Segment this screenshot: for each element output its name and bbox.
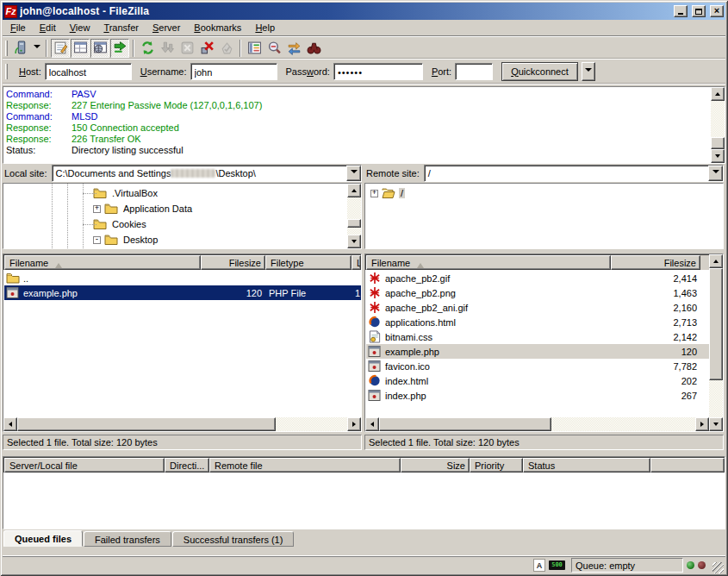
- reconnect-button[interactable]: [217, 39, 236, 58]
- collapse-icon[interactable]: -: [93, 236, 101, 244]
- queue-list[interactable]: [3, 473, 725, 529]
- column-header-filetype[interactable]: Filetype: [265, 255, 352, 270]
- column-header-direction[interactable]: Directi...: [165, 458, 209, 473]
- menu-edit[interactable]: Edit: [33, 21, 63, 35]
- menu-help[interactable]: Help: [248, 21, 282, 35]
- scroll-right-button[interactable]: [347, 417, 361, 431]
- quickconnect-button[interactable]: Quickconnect: [501, 62, 578, 81]
- local-list-hscrollbar[interactable]: [3, 417, 361, 431]
- scroll-left-button[interactable]: [365, 417, 379, 431]
- scrollbar-thumb[interactable]: [17, 417, 276, 431]
- remote-site-combo[interactable]: /: [424, 165, 724, 182]
- local-file-row-selected[interactable]: example.php 120 PHP File 1: [4, 285, 361, 300]
- log-scrollbar[interactable]: [711, 87, 725, 163]
- scrollbar-thumb[interactable]: [379, 417, 551, 431]
- local-site-combo[interactable]: C:\Documents and Settings\Desktop\: [52, 165, 362, 182]
- resize-grip[interactable]: [712, 562, 724, 573]
- remote-file-row[interactable]: favicon.ico 7,782: [366, 359, 709, 373]
- scroll-right-button[interactable]: [695, 417, 709, 431]
- column-header-status[interactable]: Status: [523, 458, 650, 473]
- scroll-down-button[interactable]: [347, 235, 361, 248]
- scroll-down-button[interactable]: [709, 417, 723, 431]
- remote-list-hscrollbar[interactable]: [365, 417, 709, 431]
- port-input[interactable]: [455, 63, 493, 80]
- remote-file-row[interactable]: applications.html 2,713: [366, 315, 709, 329]
- menu-transfer[interactable]: Transfer: [96, 21, 146, 35]
- column-header-size[interactable]: Size: [401, 458, 470, 473]
- remote-directory-tree[interactable]: + /: [365, 184, 723, 248]
- tree-item-application-data[interactable]: + Application Data: [3, 201, 347, 216]
- host-input[interactable]: [45, 63, 132, 80]
- parent-directory-row[interactable]: ..: [4, 271, 361, 285]
- scrollbar-thumb[interactable]: [347, 219, 361, 228]
- tab-queued-files[interactable]: Queued files: [3, 530, 83, 547]
- scroll-up-button[interactable]: [347, 184, 361, 197]
- message-log[interactable]: Command:PASV Response:227 Entering Passi…: [3, 87, 711, 163]
- local-site-dropdown[interactable]: [346, 166, 361, 181]
- minimize-button[interactable]: [674, 5, 688, 17]
- cancel-operation-button[interactable]: [177, 39, 196, 58]
- synchronized-browsing-button[interactable]: [284, 39, 303, 58]
- local-tree-scrollbar[interactable]: [347, 184, 361, 248]
- column-header-filesize[interactable]: Filesize: [201, 255, 265, 270]
- toggle-queue-button[interactable]: [110, 39, 129, 58]
- expand-icon[interactable]: +: [93, 205, 101, 213]
- tab-failed-transfers[interactable]: Failed transfers: [84, 531, 171, 547]
- column-header-priority[interactable]: Priority: [470, 458, 523, 473]
- menu-server[interactable]: Server: [146, 21, 187, 35]
- scroll-up-button[interactable]: [711, 87, 725, 101]
- close-button[interactable]: ×: [710, 5, 724, 17]
- remote-file-row[interactable]: apache_pb2.gif 2,414: [366, 271, 709, 285]
- toggle-local-tree-button[interactable]: [71, 39, 90, 58]
- title-bar[interactable]: Fz john@localhost - FileZilla ×: [3, 3, 725, 20]
- scroll-left-button[interactable]: [3, 417, 17, 431]
- tree-item-cookies[interactable]: Cookies: [3, 216, 347, 232]
- local-file-list[interactable]: .. example.php 120 PHP File 1: [3, 270, 361, 417]
- menu-bookmarks[interactable]: Bookmarks: [187, 21, 248, 35]
- site-manager-dropdown[interactable]: [31, 39, 42, 58]
- refresh-button[interactable]: [138, 39, 157, 58]
- tree-item-desktop[interactable]: - Desktop: [3, 232, 347, 247]
- remote-site-dropdown[interactable]: [708, 166, 723, 181]
- local-directory-tree[interactable]: .VirtualBox + Application Data Cookies -: [3, 184, 347, 248]
- scrollbar-thumb[interactable]: [711, 137, 725, 149]
- tab-successful-transfers[interactable]: Successful transfers (1): [172, 531, 295, 547]
- speed-limits-icon[interactable]: 500: [549, 560, 565, 570]
- column-header-filename[interactable]: Filename: [366, 255, 611, 270]
- expand-icon[interactable]: +: [370, 190, 378, 197]
- remote-file-list[interactable]: apache_pb2.gif 2,414 apache_pb2.png 1,46…: [365, 270, 709, 417]
- scroll-down-button[interactable]: [711, 149, 725, 163]
- column-header-filename[interactable]: Filename: [4, 255, 201, 270]
- process-queue-button[interactable]: [158, 39, 177, 58]
- maximize-button[interactable]: [692, 5, 706, 17]
- disconnect-button[interactable]: [197, 39, 216, 58]
- toggle-message-log-button[interactable]: [51, 39, 70, 58]
- queue-splitter[interactable]: [3, 450, 725, 456]
- toolbar-gripper[interactable]: [5, 41, 8, 56]
- data-type-icon[interactable]: A: [533, 559, 545, 572]
- password-input[interactable]: [333, 63, 423, 80]
- column-header-remote-file[interactable]: Remote file: [209, 458, 401, 473]
- remote-file-row[interactable]: index.php 267: [366, 388, 709, 403]
- remote-file-row[interactable]: bitnami.css 2,142: [366, 329, 709, 344]
- search-files-button[interactable]: [304, 39, 323, 58]
- filter-button[interactable]: [245, 39, 264, 58]
- scrollbar-thumb[interactable]: [709, 268, 723, 380]
- site-manager-button[interactable]: [11, 39, 30, 58]
- directory-comparison-button[interactable]: [264, 39, 283, 58]
- column-header-server-local-file[interactable]: Server/Local file: [4, 458, 165, 473]
- username-input[interactable]: [190, 63, 277, 80]
- column-header-lastmodified[interactable]: L: [352, 255, 361, 270]
- remote-file-row[interactable]: apache_pb2_ani.gif 2,160: [366, 300, 709, 315]
- menu-view[interactable]: View: [63, 21, 97, 35]
- toggle-remote-tree-button[interactable]: [90, 39, 109, 58]
- menu-file[interactable]: File: [3, 21, 33, 35]
- remote-file-row-selected[interactable]: example.php 120: [366, 344, 709, 359]
- scroll-up-button[interactable]: [709, 254, 723, 268]
- column-header-filesize[interactable]: Filesize: [611, 255, 700, 270]
- quickconnect-dropdown[interactable]: [582, 62, 595, 81]
- remote-file-row[interactable]: apache_pb2.png 1,463: [366, 285, 709, 300]
- quickconnect-gripper[interactable]: [5, 64, 8, 79]
- tree-item-virtualbox[interactable]: .VirtualBox: [3, 185, 347, 201]
- remote-list-vscrollbar[interactable]: [709, 254, 723, 431]
